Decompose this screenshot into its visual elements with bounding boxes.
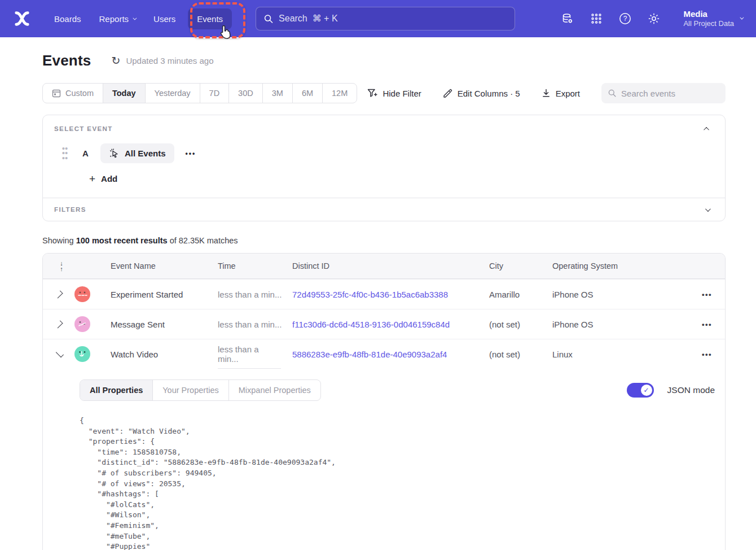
date-range-7d[interactable]: 7D (200, 84, 229, 103)
nav-item-boards[interactable]: Boards (45, 8, 90, 29)
properties-tabs: All Properties Your Properties Mixpanel … (80, 379, 321, 401)
row-menu-icon[interactable]: ••• (702, 350, 712, 359)
global-search-input[interactable] (279, 14, 507, 24)
toggle-check-icon: ✓ (641, 385, 652, 396)
nav-item-label: Events (197, 14, 223, 24)
operating-system: iPhone OS (552, 320, 689, 329)
city: (not set) (489, 350, 552, 359)
help-icon[interactable]: ? (618, 11, 632, 26)
avatar-face-icon (74, 316, 90, 332)
results-count: 100 most recent results (76, 236, 168, 245)
nav-item-reports[interactable]: Reports (90, 8, 145, 29)
search-events-field[interactable] (601, 83, 726, 103)
date-range-label: 12M (332, 89, 348, 98)
all-events-chip[interactable]: All Events (100, 143, 174, 163)
column-header-distinct-id[interactable]: Distinct ID (292, 261, 489, 270)
drag-handle-icon[interactable]: •• •• •• (61, 146, 69, 160)
date-range-3m[interactable]: 3M (262, 84, 292, 103)
nav-item-label: Boards (54, 14, 81, 24)
edit-columns-button[interactable]: Edit Columns · 5 (443, 89, 520, 98)
table-row-expanded[interactable]: Watch Video less than a min... 5886283e-… (43, 339, 725, 369)
nav-item-events[interactable]: Events (188, 8, 232, 29)
operating-system: Linux (552, 350, 689, 359)
calendar-icon (52, 89, 61, 98)
date-range-yesterday[interactable]: Yesterday (145, 84, 200, 103)
column-header-os[interactable]: Operating System (552, 261, 689, 270)
project-name: Media (683, 8, 734, 20)
results-prefix: Showing (42, 236, 76, 245)
magic-cursor-icon (109, 148, 120, 159)
date-range-12m[interactable]: 12M (322, 84, 357, 103)
collapse-row-icon[interactable] (55, 350, 63, 357)
apps-grid-icon[interactable] (589, 11, 604, 26)
expand-row-icon[interactable] (55, 290, 63, 298)
column-header-event-name[interactable]: Event Name (99, 261, 218, 270)
date-range-today[interactable]: Today (103, 84, 145, 103)
city: (not set) (489, 320, 552, 329)
date-range-custom[interactable]: Custom (43, 84, 103, 103)
edit-columns-label: Edit Columns · 5 (458, 89, 520, 98)
refresh-icon[interactable]: ↻ (111, 55, 120, 66)
search-icon (608, 89, 616, 98)
collapse-all-icon[interactable]: ↓ ↑ (54, 260, 63, 272)
event-slot-letter: A (82, 149, 100, 158)
add-event-button[interactable]: + Add (89, 173, 117, 184)
events-table: ↓ ↑ Event Name Time Distinct ID City Ope… (42, 253, 726, 550)
results-summary: Showing 100 most recent results of 82.35… (42, 236, 726, 245)
tab-mixpanel-properties[interactable]: Mixpanel Properties (228, 380, 320, 400)
search-events-input[interactable] (621, 89, 719, 98)
event-name: Experiment Started (99, 290, 218, 299)
svg-text:?: ? (623, 15, 627, 23)
row-menu-icon[interactable]: ••• (702, 320, 712, 329)
tab-your-properties[interactable]: Your Properties (152, 380, 228, 400)
top-nav: Boards Reports Users Events (0, 0, 756, 37)
chevron-down-icon (740, 16, 744, 20)
distinct-id-link[interactable]: f11c30d6-dc6d-4518-9136-0d046159c84d (292, 320, 489, 329)
nav-item-users[interactable]: Users (144, 8, 184, 29)
data-management-icon[interactable] (560, 11, 575, 26)
export-button[interactable]: Export (542, 89, 580, 98)
mixpanel-logo-icon[interactable] (14, 10, 30, 27)
json-mode-toggle[interactable]: ✓ (627, 383, 654, 398)
json-mode-label: JSON mode (667, 385, 715, 395)
plus-icon: + (89, 173, 95, 184)
updated-timestamp: Updated 3 minutes ago (126, 56, 213, 66)
column-header-city[interactable]: City (489, 261, 552, 270)
event-time: less than a min... (218, 309, 292, 339)
date-range-label: 7D (209, 89, 220, 98)
settings-gear-icon[interactable] (647, 11, 661, 26)
arrow-up-icon: ↑ (60, 266, 63, 272)
date-range-label: Yesterday (155, 89, 191, 98)
row-menu-icon[interactable]: ••• (702, 290, 712, 299)
filter-funnel-icon (367, 89, 377, 98)
operating-system: iPhone OS (552, 290, 689, 299)
chevron-down-icon[interactable] (705, 206, 711, 212)
event-row: •• •• •• A All Events ••• (54, 143, 714, 163)
hide-filter-button[interactable]: Hide Filter (367, 89, 421, 98)
avatar-face-icon (74, 286, 90, 302)
date-range-6m[interactable]: 6M (292, 84, 322, 103)
date-range-segmented-control: Custom Today Yesterday 7D 30D 3M 6M 12M (42, 83, 357, 103)
pencil-icon (443, 89, 452, 98)
column-header-time[interactable]: Time (218, 261, 292, 270)
event-avatar (74, 286, 90, 302)
nav-item-label: Users (153, 14, 175, 24)
expand-row-icon[interactable] (55, 320, 63, 328)
tab-all-properties[interactable]: All Properties (80, 380, 152, 400)
chevron-up-icon[interactable] (704, 126, 709, 132)
event-time: less than a min... (218, 280, 292, 309)
date-range-label: 30D (238, 89, 253, 98)
event-row-menu-icon[interactable]: ••• (186, 150, 196, 158)
date-range-30d[interactable]: 30D (228, 84, 262, 103)
global-search[interactable] (256, 7, 515, 30)
filters-section: FILTERS (43, 198, 725, 221)
distinct-id-link[interactable]: 5886283e-e9fb-48fb-81de-40e9093a2af4 (292, 350, 489, 359)
city: Amarillo (489, 290, 552, 299)
distinct-id-link[interactable]: 72d49553-25fc-4f0c-b436-1b5ac6ab3388 (292, 290, 489, 299)
download-icon (542, 89, 551, 98)
project-switcher[interactable]: Media All Project Data (683, 8, 742, 29)
table-row[interactable]: Experiment Started less than a min... 72… (43, 279, 725, 309)
event-detail-panel: All Properties Your Properties Mixpanel … (43, 369, 725, 550)
project-scope: All Project Data (683, 19, 734, 29)
table-row[interactable]: Message Sent less than a min... f11c30d6… (43, 309, 725, 339)
